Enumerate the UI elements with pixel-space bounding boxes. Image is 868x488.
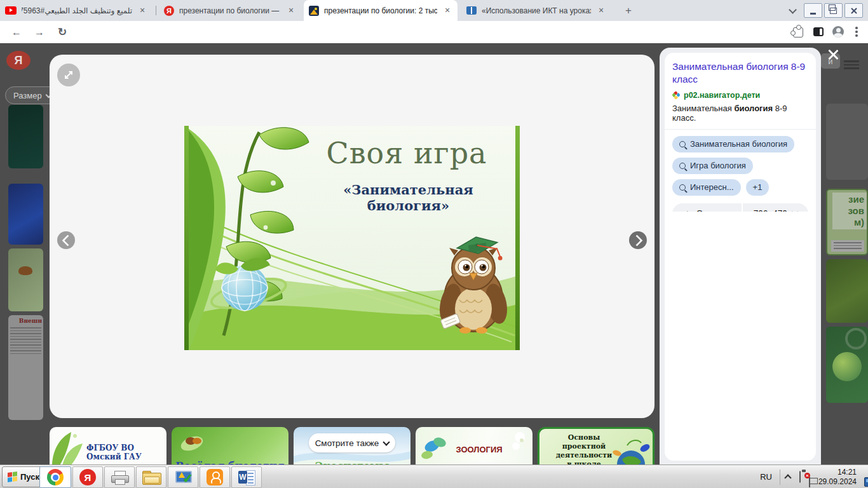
taskbar-word-button[interactable]: W — [231, 466, 262, 488]
taskbar-ok-button[interactable] — [200, 466, 230, 488]
taskbar-yandex-button[interactable]: Я — [72, 466, 103, 488]
printer-icon — [111, 471, 128, 484]
slide-image[interactable]: Своя игра «Занимательная биология» — [184, 126, 520, 350]
related-thumbnail-project[interactable]: Основы проектной деятельности в школе — [538, 427, 654, 464]
browser-tabstrip: تلميع وتنظيف الجلد الطبيعي#375963 × Я пр… — [0, 0, 868, 21]
dimmed-page-overlay: Я Размер Внешн и — [0, 43, 868, 464]
tab-close-icon[interactable]: × — [137, 6, 147, 16]
browser-toolbar: ← → ↻ yandex.kz/images/search?from=tabba… — [0, 21, 868, 43]
search-icon — [679, 184, 686, 191]
query-chip[interactable]: Занимательная биология — [672, 136, 794, 152]
bg-doc-heading: Внешн — [8, 315, 43, 325]
related-caption: Весёлая биология — [172, 460, 288, 464]
tab-list-chevron-icon[interactable] — [789, 6, 797, 14]
book-favicon — [466, 6, 477, 15]
bg-menu-icon — [844, 58, 859, 71]
close-window-button[interactable] — [844, 3, 863, 18]
source-domain[interactable]: p02.навигатор.дети — [684, 91, 760, 100]
query-chip[interactable]: Игра биология — [672, 158, 753, 174]
search-icon — [679, 141, 686, 147]
previous-image-button[interactable] — [57, 231, 75, 249]
bg-thumbnail — [8, 184, 43, 245]
minimize-button[interactable] — [804, 3, 822, 18]
source-row[interactable]: p02.навигатор.дети — [672, 91, 808, 100]
bg-thumbnail — [826, 104, 868, 180]
tab-title: تلميع وتنظيف الجلد الطبيعي#375963 — [22, 6, 132, 15]
side-panel-icon[interactable] — [813, 27, 824, 36]
hidden-icons-chevron[interactable] — [780, 471, 796, 483]
see-also-button[interactable]: Смотрите также — [309, 433, 395, 452]
folder-icon — [142, 471, 160, 484]
related-thumbnail-omsk[interactable]: ФГБОУ ВО Омский ГАУ — [50, 427, 166, 464]
tab-close-icon[interactable]: × — [286, 6, 296, 16]
tab-images-active[interactable]: презентации по биологии: 2 тыс и × — [304, 0, 458, 21]
tab-youtube[interactable]: تلميع وتنظيف الجلد الطبيعي#375963 × — [0, 0, 153, 21]
chrome-icon — [47, 469, 64, 485]
divider — [665, 129, 816, 130]
security-warning-icon: ✓ — [175, 471, 191, 484]
clipboard-tray-icon[interactable] — [796, 471, 804, 483]
chevron-down-icon — [383, 438, 390, 445]
more-chips-chip[interactable]: +1 — [746, 179, 770, 196]
next-image-button[interactable] — [629, 231, 647, 249]
taskbar-printer-button[interactable] — [104, 466, 135, 488]
new-tab-button[interactable]: + — [621, 4, 635, 18]
browser-menu-icon[interactable] — [855, 27, 858, 37]
image-description: Занимательная биология 8-9 класс. — [672, 104, 808, 123]
image-viewer-card: Своя игра «Занимательная биология» — [50, 55, 654, 418]
clock[interactable]: 14:21 29.09.2024 — [812, 468, 863, 487]
desktop-screen: تلميع وتنظيف الجلد الطبيعي#375963 × Я пр… — [0, 0, 868, 488]
window-controls — [804, 3, 863, 18]
tab-yandex-search[interactable]: Я презентации по биологии — Янде × — [159, 0, 301, 21]
query-chip[interactable]: Интересн... — [672, 179, 741, 196]
slide-title: Своя игра — [299, 136, 515, 170]
windows-taskbar: Пуск Я ✓ W RU — [0, 464, 868, 488]
related-thumbnail-biology[interactable]: Весёлая биология — [172, 427, 288, 464]
tab-ikt-doc[interactable]: «Использование ИКТ на уроках хи × — [461, 0, 611, 21]
system-tray: RU × 14:21 29.09.2024 — [752, 465, 868, 488]
extensions-icon[interactable] — [793, 27, 803, 37]
reload-button[interactable]: ↻ — [55, 25, 70, 40]
forward-button[interactable]: → — [32, 25, 47, 40]
search-icon — [679, 163, 686, 169]
bg-thumbnail — [8, 105, 43, 168]
tab-title: презентации по биологии: 2 тыс и — [324, 6, 437, 15]
bg-thumbnail — [826, 259, 868, 323]
tab-title: «Использование ИКТ на уроках хи — [482, 6, 591, 15]
start-button[interactable]: Пуск — [2, 466, 45, 487]
taskbar-security-button[interactable]: ✓ — [168, 466, 198, 488]
profile-avatar[interactable] — [832, 26, 844, 37]
related-caption: ЗООЛОГИЯ — [447, 445, 511, 454]
yandex-logo: Я — [6, 51, 31, 70]
youtube-favicon — [5, 6, 17, 15]
yandex-browser-icon: Я — [79, 469, 96, 485]
related-images-row: ФГБОУ ВО Омский ГАУ Весёлая биология Смо… — [50, 427, 654, 464]
bg-thumbnail: зие зов м) — [826, 189, 868, 255]
bg-thumbnail-document: Внешн — [8, 315, 43, 420]
tab-close-icon[interactable]: × — [442, 6, 452, 16]
odnoklassniki-icon — [207, 469, 223, 485]
image-title-link[interactable]: Занимательная биология 8-9 класс — [672, 60, 808, 86]
image-result-favicon — [309, 6, 319, 16]
tab-close-icon[interactable]: × — [596, 6, 606, 16]
bg-thumbnail — [826, 327, 868, 403]
slide-subtitle: «Занимательная биология» — [302, 182, 515, 214]
viewer-close-icon[interactable] — [827, 48, 839, 60]
language-indicator[interactable]: RU — [752, 472, 780, 482]
bg-thumbnail — [8, 248, 43, 311]
related-caption: Экосистемы — [294, 460, 410, 464]
sidebar-lower-card — [665, 212, 816, 461]
taskbar-chrome-button[interactable] — [39, 466, 71, 488]
back-button[interactable]: ← — [9, 25, 24, 40]
related-thumbnail-zoology[interactable]: ЗООЛОГИЯ — [416, 427, 532, 464]
yandex-favicon: Я — [164, 6, 174, 16]
taskbar-explorer-button[interactable] — [136, 466, 166, 488]
tab-separator — [156, 6, 156, 15]
related-thumbnail-see-also[interactable]: Смотрите также Экосистемы — [294, 427, 410, 464]
expand-button[interactable] — [57, 64, 80, 86]
windows-logo-icon — [8, 471, 17, 482]
restore-button[interactable] — [824, 3, 843, 18]
image-info-sidebar: Занимательная биология 8-9 класс p02.нав… — [660, 48, 821, 464]
related-caption: ФГБОУ ВО Омский ГАУ — [86, 444, 164, 461]
tab-title: презентации по биологии — Янде — [179, 6, 281, 15]
